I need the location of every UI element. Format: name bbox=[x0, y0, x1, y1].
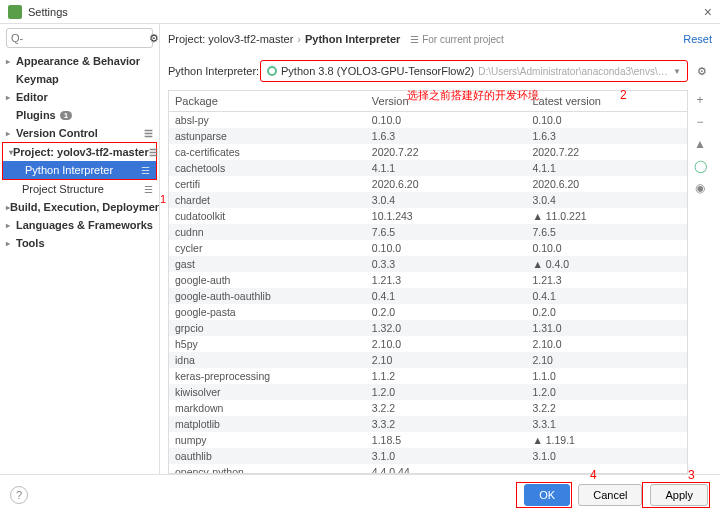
crumb-page: Python Interpreter bbox=[305, 33, 400, 45]
table-row[interactable]: idna2.102.10 bbox=[169, 352, 687, 368]
annotation-chinese: 选择之前搭建好的开发环境 bbox=[407, 88, 539, 103]
table-row[interactable]: cudnn7.6.57.6.5 bbox=[169, 224, 687, 240]
chevron-right-icon: › bbox=[297, 33, 301, 45]
apply-button[interactable]: Apply bbox=[650, 484, 708, 506]
breadcrumb: Project: yolov3-tf2-master › Python Inte… bbox=[168, 28, 712, 50]
table-row[interactable]: oauthlib3.1.03.1.0 bbox=[169, 448, 687, 464]
search-input[interactable] bbox=[11, 32, 149, 44]
upgrade-package-button[interactable]: ▲ bbox=[691, 136, 709, 152]
tree-languages[interactable]: ▸Languages & Frameworks bbox=[0, 216, 159, 234]
table-row[interactable]: opencv-python4.4.0.44 bbox=[169, 464, 687, 474]
table-row[interactable]: google-pasta0.2.00.2.0 bbox=[169, 304, 687, 320]
package-table[interactable]: Package Version Latest version absl-py0.… bbox=[168, 90, 688, 474]
interpreter-dropdown[interactable]: Python 3.8 (YOLO3-GPU-TensorFlow2) D:\Us… bbox=[260, 60, 688, 82]
col-package[interactable]: Package bbox=[169, 91, 366, 111]
ok-button[interactable]: OK bbox=[524, 484, 570, 506]
annotation-3: 3 bbox=[688, 468, 695, 482]
show-early-button[interactable]: ◉ bbox=[691, 180, 709, 196]
search-box[interactable]: ⚙ bbox=[6, 28, 153, 48]
tree-build[interactable]: ▸Build, Execution, Deployment bbox=[0, 198, 159, 216]
package-toolbar: + − ▲ ◯ ◉ bbox=[688, 90, 712, 474]
remove-package-button[interactable]: − bbox=[691, 114, 709, 130]
close-icon[interactable]: × bbox=[704, 4, 712, 20]
help-button[interactable]: ? bbox=[10, 486, 28, 504]
table-row[interactable]: google-auth1.21.31.21.3 bbox=[169, 272, 687, 288]
python-icon bbox=[267, 66, 277, 76]
conda-button[interactable]: ◯ bbox=[691, 158, 709, 174]
gear-icon: ☰ bbox=[149, 147, 158, 158]
for-current-project: ☰ For current project bbox=[410, 34, 503, 45]
table-row[interactable]: matplotlib3.3.23.3.1 bbox=[169, 416, 687, 432]
table-row[interactable]: cachetools4.1.14.1.1 bbox=[169, 160, 687, 176]
col-latest[interactable]: Latest version bbox=[526, 91, 687, 111]
app-icon bbox=[8, 5, 22, 19]
table-row[interactable]: astunparse1.6.31.6.3 bbox=[169, 128, 687, 144]
tree-project-structure[interactable]: Project Structure☰ bbox=[0, 180, 159, 198]
tree-editor[interactable]: ▸Editor bbox=[0, 88, 159, 106]
table-row[interactable]: certifi2020.6.202020.6.20 bbox=[169, 176, 687, 192]
table-row[interactable]: chardet3.0.43.0.4 bbox=[169, 192, 687, 208]
table-row[interactable]: google-auth-oauthlib0.4.10.4.1 bbox=[169, 288, 687, 304]
reset-link[interactable]: Reset bbox=[683, 33, 712, 45]
tree-project[interactable]: ▾Project: yolov3-tf2-master☰ bbox=[3, 143, 156, 161]
gear-icon: ☰ bbox=[144, 184, 153, 195]
table-row[interactable]: h5py2.10.02.10.0 bbox=[169, 336, 687, 352]
window-title: Settings bbox=[28, 6, 704, 18]
chevron-down-icon: ▼ bbox=[673, 67, 681, 76]
table-row[interactable]: kiwisolver1.2.01.2.0 bbox=[169, 384, 687, 400]
tree-version-control[interactable]: ▸Version Control☰ bbox=[0, 124, 159, 142]
table-row[interactable]: gast0.3.3▲ 0.4.0 bbox=[169, 256, 687, 272]
table-row[interactable]: keras-preprocessing1.1.21.1.0 bbox=[169, 368, 687, 384]
tree-appearance[interactable]: ▸Appearance & Behavior bbox=[0, 52, 159, 70]
table-row[interactable]: ca-certificates2020.7.222020.7.22 bbox=[169, 144, 687, 160]
tree-plugins[interactable]: Plugins1 bbox=[0, 106, 159, 124]
add-package-button[interactable]: + bbox=[691, 92, 709, 108]
interpreter-name: Python 3.8 (YOLO3-GPU-TensorFlow2) bbox=[281, 65, 474, 77]
table-row[interactable]: cudatoolkit10.1.243▲ 11.0.221 bbox=[169, 208, 687, 224]
gear-icon: ☰ bbox=[144, 128, 153, 139]
interpreter-settings-button[interactable]: ⚙ bbox=[692, 65, 712, 78]
annotation-4: 4 bbox=[590, 468, 597, 482]
cancel-button[interactable]: Cancel bbox=[578, 484, 642, 506]
annotation-2: 2 bbox=[620, 88, 627, 102]
interpreter-label: Python Interpreter: bbox=[168, 65, 260, 77]
table-row[interactable]: markdown3.2.23.2.2 bbox=[169, 400, 687, 416]
table-row[interactable]: numpy1.18.5▲ 1.19.1 bbox=[169, 432, 687, 448]
dialog-footer: ? OK Cancel Apply bbox=[0, 474, 720, 514]
plugins-badge: 1 bbox=[60, 111, 72, 120]
annotation-1: 1 bbox=[160, 193, 166, 205]
gear-icon: ☰ bbox=[141, 165, 150, 176]
table-row[interactable]: cycler0.10.00.10.0 bbox=[169, 240, 687, 256]
crumb-project[interactable]: Project: yolov3-tf2-master bbox=[168, 33, 293, 45]
tree-python-interpreter[interactable]: Python Interpreter☰ bbox=[3, 161, 156, 179]
table-row[interactable]: grpcio1.32.01.31.0 bbox=[169, 320, 687, 336]
sidebar: ⚙ ▸Appearance & Behavior Keymap ▸Editor … bbox=[0, 24, 160, 474]
tree-tools[interactable]: ▸Tools bbox=[0, 234, 159, 252]
interpreter-path: D:\Users\Administrator\anaconda3\envs\YO… bbox=[478, 66, 673, 77]
search-gear-icon[interactable]: ⚙ bbox=[149, 32, 159, 45]
tree-keymap[interactable]: Keymap bbox=[0, 70, 159, 88]
settings-tree: ▸Appearance & Behavior Keymap ▸Editor Pl… bbox=[0, 52, 159, 474]
table-row[interactable]: absl-py0.10.00.10.0 bbox=[169, 112, 687, 128]
